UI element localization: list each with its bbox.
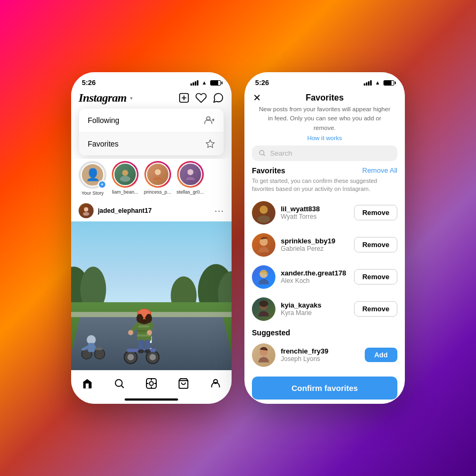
svg-point-53 bbox=[87, 335, 96, 344]
nav-profile[interactable] bbox=[206, 376, 225, 391]
story-label-2: princess_p... bbox=[144, 189, 171, 195]
header-icons bbox=[178, 92, 224, 104]
svg-point-11 bbox=[84, 208, 88, 212]
svg-point-63 bbox=[259, 151, 264, 155]
phone-2-favorites: 5:26 ▲ ✕ Favorites New posts from your f… bbox=[244, 72, 405, 404]
favorites-header: ✕ Favorites bbox=[244, 89, 405, 105]
user-item-sprinkles: sprinkles_bby19 Gabriela Perez Remove bbox=[244, 229, 405, 261]
stories-row: 👤 + Your Story liam_bean... princess_p..… bbox=[71, 159, 232, 200]
star-icon bbox=[205, 139, 215, 149]
svg-point-60 bbox=[149, 381, 153, 385]
user-avatar-3 bbox=[252, 265, 275, 289]
story-1[interactable]: liam_bean... bbox=[112, 161, 139, 196]
status-bar-1: 5:26 ▲ bbox=[71, 72, 232, 89]
user-info-1: lil_wyatt838 Wyatt Torres bbox=[281, 205, 349, 220]
nav-shop[interactable] bbox=[174, 376, 193, 391]
messenger-icon[interactable] bbox=[212, 92, 224, 104]
user-info-2: sprinkles_bby19 Gabriela Perez bbox=[281, 237, 349, 252]
post-header: jaded_elephant17 ··· bbox=[71, 200, 232, 221]
nav-search[interactable] bbox=[110, 376, 129, 391]
story-2[interactable]: princess_p... bbox=[144, 161, 171, 196]
more-options-icon[interactable]: ··· bbox=[214, 205, 224, 217]
heart-icon[interactable] bbox=[195, 92, 207, 104]
status-icons-2: ▲ bbox=[364, 80, 394, 86]
battery-icon-2 bbox=[383, 80, 394, 86]
search-input[interactable]: Search bbox=[270, 149, 292, 157]
svg-point-40 bbox=[128, 330, 133, 335]
confirm-favorites-button[interactable]: Confirm favorites bbox=[252, 377, 397, 400]
chevron-down-icon[interactable]: ▾ bbox=[130, 95, 133, 101]
remove-button-2[interactable]: Remove bbox=[354, 237, 397, 252]
real-name-2: Gabriela Perez bbox=[281, 245, 349, 252]
wifi-icon: ▲ bbox=[202, 80, 207, 86]
wifi-icon-2: ▲ bbox=[375, 80, 380, 86]
logo-text: Instagram bbox=[79, 91, 127, 105]
close-button[interactable]: ✕ bbox=[253, 93, 261, 103]
instagram-logo: Instagram ▾ bbox=[79, 91, 133, 105]
user-item-frenchie: frenchie_fry39 Joseph Lyons Add bbox=[244, 339, 405, 371]
add-post-icon[interactable] bbox=[178, 92, 190, 104]
post-image bbox=[71, 221, 232, 370]
remove-button-1[interactable]: Remove bbox=[354, 205, 397, 220]
feed-dropdown-menu[interactable]: Following Favorites bbox=[79, 108, 224, 156]
svg-line-58 bbox=[121, 386, 124, 388]
post-user: jaded_elephant17 bbox=[79, 203, 152, 218]
dropdown-favorites[interactable]: Favorites bbox=[79, 133, 224, 155]
user-avatar-2 bbox=[252, 233, 275, 257]
remove-button-4[interactable]: Remove bbox=[354, 301, 397, 317]
username-3: xander.the.great178 bbox=[281, 269, 349, 277]
svg-point-65 bbox=[259, 205, 267, 213]
suggested-section-title: Suggested bbox=[252, 328, 290, 337]
search-box[interactable]: Search bbox=[252, 145, 397, 161]
real-name-4: Kyra Marie bbox=[281, 309, 349, 317]
search-icon bbox=[258, 149, 266, 157]
favorites-section-header: Favorites Remove All bbox=[244, 166, 405, 177]
user-item-xander: xander.the.great178 Alex Koch Remove bbox=[244, 261, 405, 293]
add-button-1[interactable]: Add bbox=[365, 348, 397, 362]
status-bar-2: 5:26 ▲ bbox=[244, 72, 405, 89]
story-3[interactable]: stellas_gr0... bbox=[176, 161, 204, 196]
nav-home[interactable] bbox=[78, 376, 97, 391]
home-indicator-2 bbox=[244, 403, 405, 404]
following-label: Following bbox=[88, 116, 119, 125]
svg-line-56 bbox=[93, 347, 94, 349]
svg-point-36 bbox=[138, 349, 144, 353]
bottom-nav bbox=[71, 370, 232, 395]
svg-line-64 bbox=[264, 155, 265, 156]
user-avatar-5 bbox=[252, 343, 275, 367]
favorites-subtitle: New posts from your favorites will appea… bbox=[244, 105, 405, 135]
phone-1-instagram-feed: 5:26 ▲ Instagram ▾ bbox=[71, 72, 232, 404]
user-info-3: xander.the.great178 Alex Koch bbox=[281, 269, 349, 285]
user-avatar-4 bbox=[252, 297, 275, 321]
battery-icon bbox=[210, 80, 221, 86]
svg-marker-6 bbox=[206, 140, 214, 148]
dropdown-following[interactable]: Following bbox=[79, 109, 224, 133]
user-avatar-1 bbox=[252, 201, 275, 225]
remove-button-3[interactable]: Remove bbox=[354, 269, 397, 285]
username-2: sprinkles_bby19 bbox=[281, 237, 349, 245]
story-label-0: Your Story bbox=[81, 190, 104, 196]
signal-icon-2 bbox=[364, 80, 372, 86]
user-info-4: kyia_kayaks Kyra Marie bbox=[281, 301, 349, 317]
username-5: frenchie_fry39 bbox=[281, 347, 359, 355]
remove-all-button[interactable]: Remove All bbox=[362, 166, 397, 174]
svg-point-8 bbox=[120, 176, 130, 182]
nav-reels[interactable] bbox=[142, 376, 161, 391]
post-username[interactable]: jaded_elephant17 bbox=[98, 207, 152, 214]
time-2: 5:26 bbox=[255, 79, 269, 87]
svg-point-48 bbox=[141, 317, 143, 319]
time-1: 5:26 bbox=[82, 79, 96, 87]
home-bar bbox=[125, 398, 178, 401]
svg-point-24 bbox=[149, 354, 156, 360]
how-it-works-link[interactable]: How it works bbox=[244, 135, 405, 141]
your-story[interactable]: 👤 + Your Story bbox=[79, 161, 106, 196]
confirm-btn-wrapper: Confirm favorites bbox=[244, 371, 405, 403]
favorites-description: To get started, you can confirm these su… bbox=[244, 177, 405, 197]
svg-point-70 bbox=[259, 300, 268, 306]
user-item-kyia: kyia_kayaks Kyra Marie Remove bbox=[244, 293, 405, 325]
svg-point-57 bbox=[116, 380, 122, 387]
username-4: kyia_kayaks bbox=[281, 301, 349, 309]
post-avatar bbox=[79, 203, 94, 218]
real-name-5: Joseph Lyons bbox=[281, 355, 359, 363]
svg-point-37 bbox=[144, 349, 151, 353]
